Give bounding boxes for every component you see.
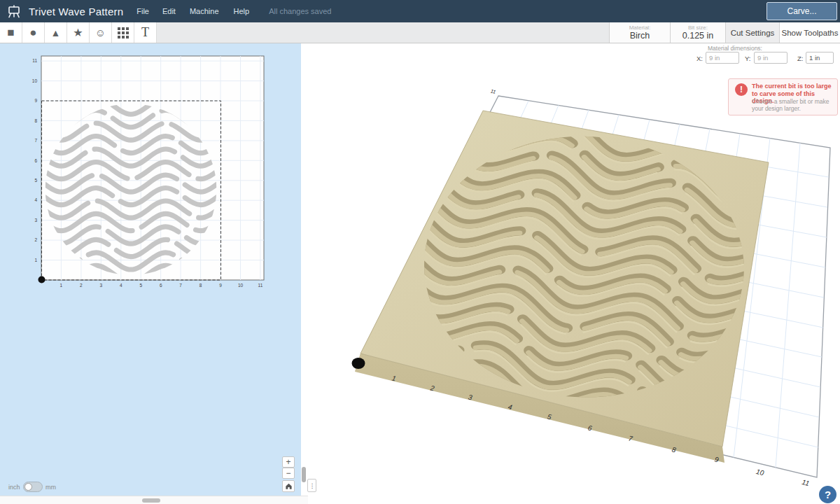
tick-label: 5 [34, 178, 37, 183]
z-dim-input[interactable] [806, 52, 834, 64]
circle-tool-button[interactable]: ● [22, 22, 45, 43]
toolbar: ■ ● ▲ ★ ☺ T Material: Birch Bit size: 0.… [0, 22, 840, 43]
bit-size-value: 0.125 in [682, 31, 713, 41]
y-dim-input[interactable] [754, 52, 788, 64]
tick-label: 6 [160, 283, 162, 288]
smiley-icon: ☺ [95, 27, 106, 38]
show-toolpaths-button[interactable]: Show Toolpaths [779, 22, 840, 43]
material-cell[interactable]: Material: Birch [609, 22, 670, 43]
zoom-out-button[interactable]: − [282, 468, 295, 479]
tick-label: 4 [120, 283, 122, 288]
tick-label: 2 [80, 283, 83, 288]
carve-button[interactable]: Carve... [766, 2, 837, 20]
origin-dot-3d [352, 358, 365, 369]
material-label: Material: [629, 24, 651, 31]
menu-file[interactable]: File [136, 7, 149, 15]
menu-help[interactable]: Help [234, 7, 250, 15]
x-dim-input[interactable] [706, 52, 739, 64]
unit-toggle[interactable] [23, 482, 43, 492]
bit-size-cell[interactable]: Bit size: 0.125 in [670, 22, 725, 43]
warning-icon: ! [735, 83, 748, 96]
easel-logo-icon[interactable] [6, 4, 22, 19]
text-tool-icon: T [141, 25, 149, 40]
tick-label: 11 [32, 58, 37, 63]
tick-label: 5 [139, 283, 142, 288]
y-dim-label: Y: [745, 55, 750, 62]
star-icon: ★ [73, 26, 83, 39]
tick-label: 4 [34, 197, 37, 202]
material-dimensions-heading: Material dimensions: [700, 45, 770, 52]
horizontal-scrollbar[interactable] [142, 498, 160, 503]
tick-label: 8 [200, 283, 202, 288]
mm-unit-label: mm [46, 484, 56, 491]
inch-unit-label: inch [8, 484, 20, 491]
tick-label: 1 [60, 283, 63, 288]
horizontal-scrollbar-track [0, 496, 308, 504]
vertical-scrollbar[interactable] [302, 467, 306, 482]
canvas-2d[interactable]: 1 2 3 4 5 6 7 8 9 10 11 1 2 3 4 5 6 7 8 [0, 43, 301, 496]
triangle-icon: ▲ [51, 27, 61, 38]
smiley-tool-button[interactable]: ☺ [90, 22, 112, 43]
tick-label: 7 [34, 138, 37, 143]
cut-settings-button[interactable]: Cut Settings [725, 22, 779, 43]
help-button[interactable]: ? [819, 486, 836, 503]
warning-body: Choose a smaller bit or make your design… [752, 98, 830, 112]
tick-label: 10 [755, 468, 765, 477]
zoom-in-button[interactable]: + [282, 456, 295, 468]
material-value: Birch [630, 31, 650, 41]
top-nav-bar: Trivet Wave Pattern File Edit Machine He… [0, 0, 840, 22]
text-tool-button[interactable]: T [134, 22, 157, 43]
unit-toggle-knob[interactable] [24, 483, 32, 491]
square-icon: ■ [7, 26, 14, 40]
easel-app: Trivet Wave Pattern File Edit Machine He… [0, 0, 840, 504]
square-tool-button[interactable]: ■ [0, 22, 22, 43]
tick-label: 2 [34, 237, 37, 242]
tick-label: 6 [34, 158, 37, 163]
tick-label: 9 [34, 98, 37, 103]
bit-size-label: Bit size: [688, 24, 708, 31]
tick-label: 3 [34, 218, 37, 223]
tick-label: 8 [34, 118, 37, 123]
tick-label: 11 [258, 283, 263, 288]
menu-edit[interactable]: Edit [162, 7, 176, 15]
panel-resize-handle[interactable]: ⋮ [307, 479, 316, 492]
save-status: All changes saved [269, 7, 331, 15]
home-icon [285, 482, 293, 490]
tick-label: 7 [179, 283, 182, 288]
circle-icon: ● [29, 26, 36, 40]
x-dim-label: X: [696, 55, 703, 62]
star-tool-button[interactable]: ★ [67, 22, 90, 43]
panel-gutter [301, 43, 308, 496]
tick-label: 10 [32, 78, 38, 83]
material-dimensions: Material dimensions: X: Y: Z: [692, 44, 839, 66]
bit-too-large-warning: ! The current bit is too large to carve … [728, 78, 838, 115]
origin-dot-2d [38, 276, 46, 284]
zoom-home-button[interactable] [282, 480, 295, 492]
grid-icon [118, 27, 129, 38]
tick-label: 11 [801, 478, 810, 487]
project-title[interactable]: Trivet Wave Pattern [29, 6, 123, 18]
apps-grid-tool-button[interactable] [112, 22, 134, 43]
triangle-tool-button[interactable]: ▲ [45, 22, 67, 43]
tick-label: 9 [219, 283, 222, 288]
tick-label: 1 [34, 258, 37, 262]
tick-label: 3 [99, 283, 102, 288]
menu-machine[interactable]: Machine [190, 7, 219, 15]
corner-tick-label: 11 [490, 88, 496, 94]
tick-label: 10 [238, 283, 244, 288]
z-dim-label: Z: [797, 55, 803, 62]
